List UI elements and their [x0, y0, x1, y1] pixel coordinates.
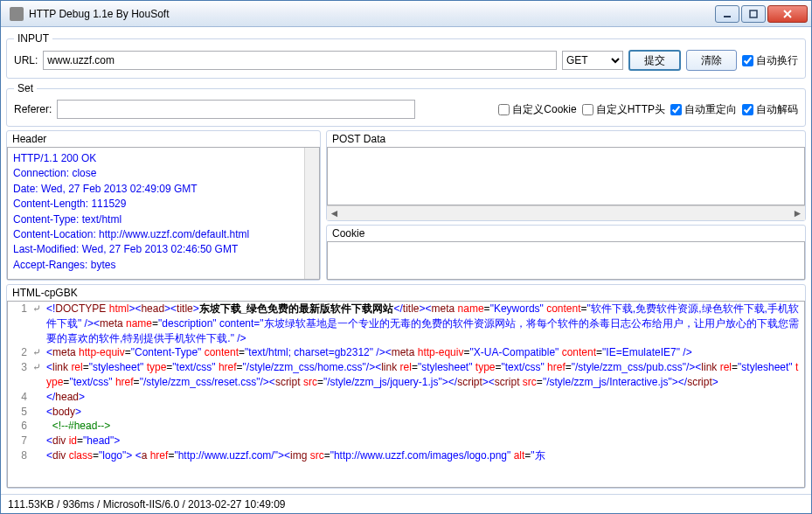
header-line: Date: Wed, 27 Feb 2013 02:49:09 GMT	[13, 182, 299, 197]
header-line: Last-Modified: Wed, 27 Feb 2013 02:46:50…	[13, 242, 299, 257]
titlebar[interactable]: HTTP Debug 1.1e By HouSoft	[1, 1, 811, 27]
url-label: URL:	[14, 54, 38, 66]
custom-cookie-checkbox[interactable]: 自定义Cookie	[498, 102, 576, 117]
submit-button[interactable]: 提交	[628, 50, 681, 71]
method-select[interactable]: GET	[562, 51, 623, 70]
clear-button[interactable]: 清除	[686, 50, 737, 71]
window-title: HTTP Debug 1.1e By HouSoft	[29, 8, 715, 20]
post-scrollbar[interactable]: ◄►	[327, 205, 805, 220]
header-line: HTTP/1.1 200 OK	[13, 151, 299, 166]
custom-header-checkbox[interactable]: 自定义HTTP头	[582, 102, 665, 117]
post-data-title: POST Data	[327, 131, 805, 147]
svg-rect-1	[750, 10, 757, 17]
header-line: Content-Location: http://www.uzzf.com/de…	[13, 227, 299, 242]
input-group: INPUT URL: GET 提交 清除 自动换行	[6, 32, 806, 79]
auto-decode-checkbox[interactable]: 自动解码	[742, 102, 798, 117]
minimize-button[interactable]	[715, 5, 739, 23]
app-window: HTTP Debug 1.1e By HouSoft INPUT URL: GE…	[0, 0, 812, 514]
header-line: Accept-Ranges: bytes	[13, 258, 299, 273]
header-title: Header	[7, 131, 320, 147]
header-line: Connection: close	[13, 166, 299, 181]
set-group: Set Referer: 自定义Cookie 自定义HTTP头 自动重定向 自动…	[6, 82, 806, 127]
referer-input[interactable]	[57, 100, 415, 119]
status-text: 111.53KB / 936ms / Microsoft-IIS/6.0 / 2…	[8, 498, 286, 511]
post-data-input[interactable]	[328, 148, 804, 205]
set-legend: Set	[14, 82, 37, 94]
header-line: Content-Length: 111529	[13, 197, 299, 212]
referer-label: Referer:	[14, 103, 52, 115]
auto-wrap-checkbox[interactable]: 自动换行	[742, 53, 798, 68]
url-input[interactable]	[43, 51, 557, 70]
html-source-view[interactable]: 1⤶<!DOCTYPE html><head><title>东坡下载_绿色免费的…	[7, 301, 805, 488]
maximize-button[interactable]	[741, 5, 766, 23]
header-list[interactable]: HTTP/1.1 200 OKConnection: closeDate: We…	[8, 148, 304, 279]
html-title: HTML-cpGBK	[7, 285, 805, 301]
close-button[interactable]	[767, 5, 808, 23]
app-icon	[10, 7, 24, 21]
auto-redirect-checkbox[interactable]: 自动重定向	[670, 102, 737, 117]
header-line: Content-Type: text/html	[13, 212, 299, 227]
status-bar: 111.53KB / 936ms / Microsoft-IIS/6.0 / 2…	[1, 494, 811, 513]
input-legend: INPUT	[14, 32, 52, 45]
cookie-title: Cookie	[327, 226, 805, 241]
cookie-input[interactable]	[328, 242, 804, 279]
header-scrollbar[interactable]	[304, 148, 319, 279]
